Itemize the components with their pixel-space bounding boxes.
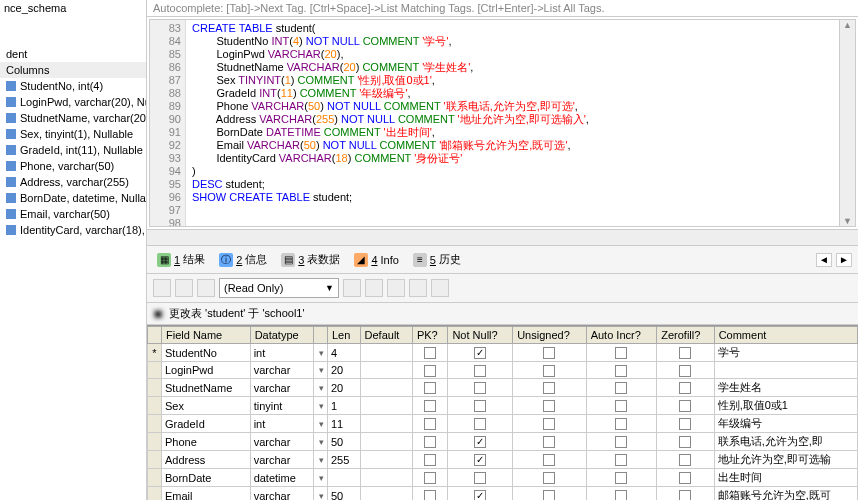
column-item[interactable]: Phone, varchar(50)	[0, 158, 146, 174]
horizontal-scrollbar[interactable]	[147, 229, 858, 245]
checkbox[interactable]	[615, 400, 627, 412]
datatype-dropdown[interactable]: ▾	[313, 379, 327, 397]
datatype-dropdown[interactable]: ▾	[313, 469, 327, 487]
checkbox[interactable]	[424, 418, 436, 430]
column-header[interactable]: Default	[360, 327, 412, 344]
column-item[interactable]: Sex, tinyint(1), Nullable	[0, 126, 146, 142]
checkbox[interactable]	[679, 472, 691, 484]
column-item[interactable]: Email, varchar(50)	[0, 206, 146, 222]
tab-history[interactable]: ≡5 历史	[409, 250, 465, 269]
table-row[interactable]: *StudentNoint▾4✓学号	[148, 344, 858, 362]
tab-prev-button[interactable]: ◄	[816, 253, 832, 267]
checkbox[interactable]	[424, 472, 436, 484]
checkbox[interactable]	[615, 382, 627, 394]
column-header[interactable]	[148, 327, 162, 344]
checkbox[interactable]	[543, 365, 555, 377]
datatype-dropdown[interactable]: ▾	[313, 433, 327, 451]
table-row[interactable]: LoginPwdvarchar▾20	[148, 362, 858, 379]
table-row[interactable]: Emailvarchar▾50✓邮箱账号允许为空,既可	[148, 487, 858, 501]
checkbox[interactable]	[474, 382, 486, 394]
column-header[interactable]: PK?	[412, 327, 448, 344]
checkbox[interactable]	[474, 365, 486, 377]
readonly-select[interactable]: (Read Only)▼	[219, 278, 339, 298]
toolbar-button[interactable]	[153, 279, 171, 297]
checkbox[interactable]	[679, 365, 691, 377]
table-row[interactable]: StudnetNamevarchar▾20学生姓名	[148, 379, 858, 397]
column-header[interactable]: Not Null?	[448, 327, 513, 344]
checkbox[interactable]	[424, 436, 436, 448]
tab-info2[interactable]: ◢4 Info	[350, 251, 402, 269]
schema-node[interactable]: nce_schema	[0, 0, 146, 16]
checkbox[interactable]	[615, 347, 627, 359]
toolbar-button[interactable]	[343, 279, 361, 297]
checkbox[interactable]	[615, 490, 627, 500]
column-item[interactable]: Address, varchar(255)	[0, 174, 146, 190]
checkbox[interactable]	[424, 347, 436, 359]
tab-tabledata[interactable]: ▤3 表数据	[277, 250, 344, 269]
checkbox[interactable]	[679, 400, 691, 412]
tab-next-button[interactable]: ►	[836, 253, 852, 267]
checkbox[interactable]	[424, 382, 436, 394]
datatype-dropdown[interactable]: ▾	[313, 362, 327, 379]
checkbox[interactable]	[543, 436, 555, 448]
column-header[interactable]	[313, 327, 327, 344]
checkbox[interactable]	[474, 400, 486, 412]
code-content[interactable]: CREATE TABLE student( StudentNo INT(4) N…	[186, 20, 855, 226]
checkbox[interactable]	[679, 454, 691, 466]
column-header[interactable]: Field Name	[162, 327, 251, 344]
column-item[interactable]: StudentNo, int(4)	[0, 78, 146, 94]
table-row[interactable]: Sextinyint▾1性别,取值0或1	[148, 397, 858, 415]
columns-node[interactable]: Columns	[0, 62, 146, 78]
table-row[interactable]: Phonevarchar▾50✓联系电话,允许为空,即	[148, 433, 858, 451]
checkbox[interactable]	[679, 382, 691, 394]
checkbox[interactable]: ✓	[474, 347, 486, 359]
column-item[interactable]: BornDate, datetime, Nulla	[0, 190, 146, 206]
column-header[interactable]: Len	[327, 327, 360, 344]
checkbox[interactable]	[543, 382, 555, 394]
toolbar-button[interactable]	[197, 279, 215, 297]
checkbox[interactable]	[679, 347, 691, 359]
checkbox[interactable]	[543, 400, 555, 412]
column-item[interactable]: StudnetName, varchar(20)	[0, 110, 146, 126]
checkbox[interactable]	[615, 436, 627, 448]
tab-result[interactable]: ▦1 结果	[153, 250, 209, 269]
checkbox[interactable]	[679, 490, 691, 500]
toolbar-button[interactable]	[365, 279, 383, 297]
checkbox[interactable]: ✓	[474, 490, 486, 500]
checkbox[interactable]	[424, 490, 436, 500]
checkbox[interactable]	[615, 472, 627, 484]
datatype-dropdown[interactable]: ▾	[313, 487, 327, 501]
toolbar-button[interactable]	[409, 279, 427, 297]
column-header[interactable]: Datatype	[250, 327, 313, 344]
datatype-dropdown[interactable]: ▾	[313, 397, 327, 415]
toolbar-button[interactable]	[387, 279, 405, 297]
column-header[interactable]: Unsigned?	[513, 327, 587, 344]
checkbox[interactable]: ✓	[474, 436, 486, 448]
column-item[interactable]: GradeId, int(11), Nullable	[0, 142, 146, 158]
datatype-dropdown[interactable]: ▾	[313, 415, 327, 433]
table-row[interactable]: GradeIdint▾11年级编号	[148, 415, 858, 433]
checkbox[interactable]	[543, 454, 555, 466]
table-row[interactable]: Addressvarchar▾255✓地址允许为空,即可选输	[148, 451, 858, 469]
checkbox[interactable]	[615, 365, 627, 377]
columns-grid[interactable]: Field NameDatatypeLenDefaultPK?Not Null?…	[147, 325, 858, 500]
checkbox[interactable]	[615, 454, 627, 466]
column-header[interactable]: Comment	[714, 327, 857, 344]
checkbox[interactable]	[424, 400, 436, 412]
column-header[interactable]: Auto Incr?	[586, 327, 657, 344]
column-item[interactable]: IdentityCard, varchar(18),	[0, 222, 146, 238]
checkbox[interactable]	[679, 418, 691, 430]
sql-editor[interactable]: 8384858687888990919293949596979899100101…	[149, 19, 856, 227]
vertical-scrollbar[interactable]	[839, 20, 855, 226]
checkbox[interactable]	[679, 436, 691, 448]
checkbox[interactable]	[474, 418, 486, 430]
column-header[interactable]: Zerofill?	[657, 327, 714, 344]
tab-info[interactable]: ⓘ2 信息	[215, 250, 271, 269]
toolbar-button[interactable]	[431, 279, 449, 297]
table-node[interactable]: dent	[0, 46, 146, 62]
checkbox[interactable]	[474, 472, 486, 484]
checkbox[interactable]	[543, 418, 555, 430]
checkbox[interactable]	[424, 454, 436, 466]
checkbox[interactable]	[615, 418, 627, 430]
datatype-dropdown[interactable]: ▾	[313, 451, 327, 469]
